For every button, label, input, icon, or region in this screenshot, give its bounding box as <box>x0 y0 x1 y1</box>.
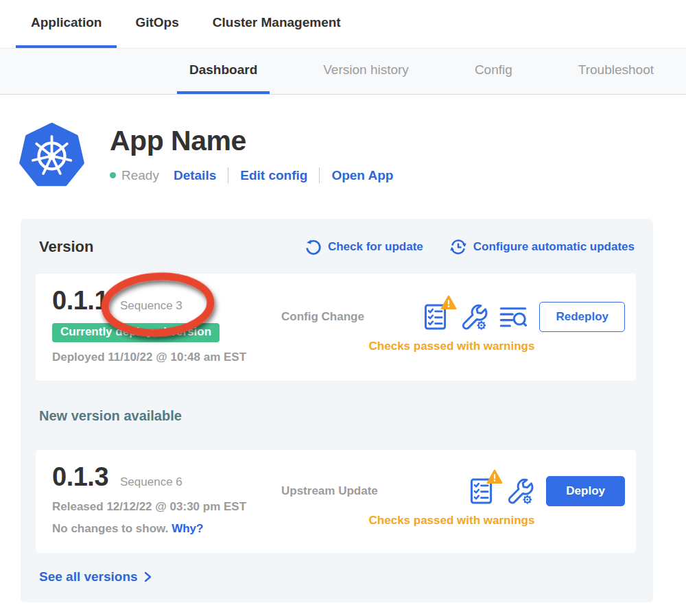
divider <box>228 167 228 183</box>
current-version-sequence: Sequence 3 <box>120 299 182 313</box>
deploy-button[interactable]: Deploy <box>546 476 625 506</box>
app-status-row: Ready Details Edit config Open App <box>110 167 393 183</box>
version-card-actions: Check for update Configure automatic upd… <box>305 238 635 256</box>
preflight-checks-icon[interactable] <box>470 477 495 505</box>
scheduled-update-icon <box>449 238 467 256</box>
redeploy-button[interactable]: Redeploy <box>539 302 625 332</box>
tab-application-label: Application <box>31 15 102 30</box>
current-version-icons <box>424 303 527 331</box>
tab-cluster-management[interactable]: Cluster Management <box>198 0 356 48</box>
configure-automatic-updates-link[interactable]: Configure automatic updates <box>449 238 635 256</box>
kubernetes-logo-icon <box>19 122 84 187</box>
current-version-row: 0.1.1 Sequence 3 Currently deployed vers… <box>36 274 636 381</box>
app-header: App Name Ready Details Edit config Open … <box>0 95 686 187</box>
current-version-number: 0.1.1 <box>52 286 108 316</box>
released-timestamp: Released 12/12/22 @ 03:30 pm EST <box>52 500 279 514</box>
check-for-update-label: Check for update <box>328 240 423 254</box>
subtab-version-history-label: Version history <box>323 62 409 78</box>
available-checks-warning: Checks passed with warnings <box>279 514 625 528</box>
edit-config-link[interactable]: Edit config <box>240 168 307 183</box>
sub-nav: Dashboard Version history Config Trouble… <box>0 48 686 95</box>
warning-triangle-icon <box>440 295 457 310</box>
status-ready-dot-icon <box>110 172 116 178</box>
current-checks-warning: Checks passed with warnings <box>279 340 625 353</box>
available-version-icons <box>470 477 534 505</box>
version-card: Version Check for update Configure autom… <box>21 219 653 602</box>
tab-gitops-label: GitOps <box>135 15 178 30</box>
available-version-row: 0.1.3 Sequence 6 Released 12/12/22 @ 03:… <box>36 450 636 553</box>
app-header-text: App Name Ready Details Edit config Open … <box>110 122 393 187</box>
wrench-gear-icon[interactable] <box>506 477 534 505</box>
check-for-update-link[interactable]: Check for update <box>305 238 423 256</box>
warning-triangle-icon <box>486 469 503 484</box>
available-version-detail: Upstream Update <box>279 460 625 543</box>
available-version-info: 0.1.3 Sequence 6 Released 12/12/22 @ 03:… <box>52 460 279 543</box>
current-version-source: Config Change <box>279 310 409 324</box>
see-all-versions-label: See all versions <box>39 569 138 584</box>
currently-deployed-badge: Currently deployed version <box>52 323 220 342</box>
subtab-dashboard[interactable]: Dashboard <box>177 49 270 94</box>
tab-application[interactable]: Application <box>16 0 117 48</box>
no-changes-line: No changes to show. Why? <box>52 522 279 536</box>
preflight-checks-icon[interactable] <box>424 303 449 331</box>
new-version-heading: New version available <box>39 408 653 424</box>
tab-gitops[interactable]: GitOps <box>120 0 193 48</box>
open-app-link[interactable]: Open App <box>331 168 393 183</box>
top-nav: Application GitOps Cluster Management <box>0 0 686 48</box>
subtab-troubleshoot-label: Troubleshoot <box>578 62 654 78</box>
view-diff-icon[interactable] <box>499 305 527 329</box>
available-version-sequence: Sequence 6 <box>120 475 182 489</box>
details-link[interactable]: Details <box>174 168 216 183</box>
no-changes-text: No changes to show. <box>52 522 168 535</box>
chevron-right-icon <box>143 571 152 583</box>
deployed-timestamp: Deployed 11/10/22 @ 10:48 am EST <box>52 351 279 364</box>
tab-cluster-management-label: Cluster Management <box>213 15 341 30</box>
version-card-header: Version Check for update Configure autom… <box>21 219 653 256</box>
app-title: App Name <box>110 125 393 157</box>
current-version-detail: Config Change <box>279 283 625 371</box>
available-version-line: 0.1.3 Sequence 6 <box>52 462 279 492</box>
why-link[interactable]: Why? <box>172 522 203 535</box>
current-version-line: 0.1.1 Sequence 3 <box>52 286 279 316</box>
configure-automatic-updates-label: Configure automatic updates <box>473 240 635 254</box>
see-all-versions-link[interactable]: See all versions <box>39 569 152 584</box>
subtab-version-history[interactable]: Version history <box>311 49 421 94</box>
available-version-number: 0.1.3 <box>52 462 108 492</box>
refresh-icon <box>305 239 322 256</box>
subtab-troubleshoot[interactable]: Troubleshoot <box>566 49 666 94</box>
version-card-title: Version <box>39 238 93 256</box>
subtab-config-label: Config <box>475 62 512 78</box>
available-version-source: Upstream Update <box>279 484 409 498</box>
current-version-info: 0.1.1 Sequence 3 Currently deployed vers… <box>52 283 279 371</box>
status-text: Ready <box>121 168 159 183</box>
divider <box>319 167 320 183</box>
subtab-dashboard-label: Dashboard <box>189 62 257 78</box>
subtab-config[interactable]: Config <box>462 49 525 94</box>
wrench-gear-icon[interactable] <box>460 303 488 331</box>
